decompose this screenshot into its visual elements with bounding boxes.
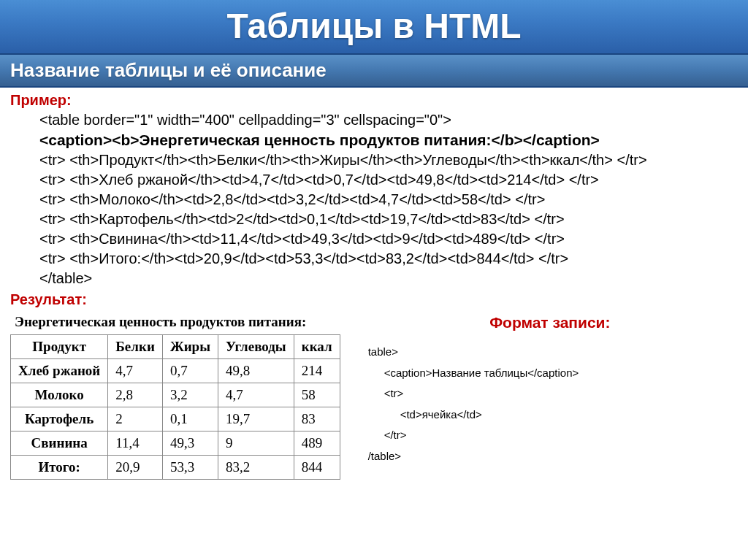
table-cell: 214 bbox=[294, 359, 340, 383]
code-line: <tr> <th>Хлеб ржаной</th><td>4,7</td><td… bbox=[39, 170, 738, 190]
table-cell: 20,9 bbox=[108, 456, 163, 480]
table-header: Белки bbox=[108, 335, 163, 359]
code-line: <caption><b>Энергетическая ценность прод… bbox=[39, 130, 738, 150]
table-cell: Итого: bbox=[11, 456, 108, 480]
table-caption: Энергетическая ценность продуктов питани… bbox=[10, 311, 340, 334]
code-line: <tr> <th>Свинина</th><td>11,4</td><td>49… bbox=[39, 229, 738, 249]
slide-subheader: Название таблицы и её описание bbox=[0, 55, 748, 88]
code-line: <tr> <th>Итого:</th><td>20,9</td><td>53,… bbox=[39, 249, 738, 269]
table-header: Жиры bbox=[162, 335, 218, 359]
code-example: <table border="1" width="400" cellpaddin… bbox=[10, 110, 738, 288]
table-cell: Картофель bbox=[11, 407, 108, 431]
table-row: Итого: 20,9 53,3 83,2 844 bbox=[11, 456, 340, 480]
table-header-row: Продукт Белки Жиры Углеводы ккал bbox=[11, 335, 340, 359]
table-cell: 2 bbox=[108, 407, 163, 431]
table-cell: 2,8 bbox=[108, 383, 163, 407]
result-table-wrap: Энергетическая ценность продуктов питани… bbox=[10, 311, 340, 480]
table-row: Хлеб ржаной 4,7 0,7 49,8 214 bbox=[11, 359, 340, 383]
table-cell: 83,2 bbox=[218, 456, 294, 480]
format-line: <td>ячейка</td> bbox=[368, 404, 738, 426]
code-line: <tr> <th>Картофель</th><td>2</td><td>0,1… bbox=[39, 210, 738, 229]
slide-subtitle: Название таблицы и её описание bbox=[10, 59, 738, 82]
content-area: Пример: <table border="1" width="400" ce… bbox=[0, 88, 748, 480]
format-line: /table> bbox=[368, 450, 401, 462]
table-cell: 83 bbox=[294, 407, 340, 431]
table-cell: 49,8 bbox=[218, 359, 294, 383]
table-cell: 0,7 bbox=[162, 359, 218, 383]
table-cell: Свинина bbox=[11, 431, 108, 456]
table-header: ккал bbox=[294, 335, 340, 359]
format-label: Формат записи: bbox=[362, 314, 738, 331]
table-cell: 58 bbox=[294, 383, 340, 407]
table-cell: 3,2 bbox=[162, 383, 218, 407]
table-cell: 11,4 bbox=[108, 431, 163, 456]
table-header: Продукт bbox=[11, 335, 108, 359]
table-cell: 4,7 bbox=[108, 359, 163, 383]
slide-header: Таблицы в HTML bbox=[0, 0, 748, 55]
table-cell: 0,1 bbox=[162, 407, 218, 431]
format-code: table> <caption>Название таблицы</captio… bbox=[362, 342, 738, 467]
slide-title: Таблицы в HTML bbox=[0, 6, 748, 46]
table-row: Картофель 2 0,1 19,7 83 bbox=[11, 407, 340, 431]
format-line: <tr> bbox=[368, 383, 738, 404]
code-line: </table> bbox=[39, 269, 738, 288]
table-cell: Хлеб ржаной bbox=[11, 359, 108, 383]
table-row: Молоко 2,8 3,2 4,7 58 bbox=[11, 383, 340, 407]
table-cell: 4,7 bbox=[218, 383, 294, 407]
code-line: <table border="1" width="400" cellpaddin… bbox=[39, 110, 738, 130]
table-cell: 489 bbox=[294, 431, 340, 456]
result-table: Продукт Белки Жиры Углеводы ккал Хлеб рж… bbox=[10, 334, 340, 480]
code-line: <tr> <th>Молоко</th><td>2,8</td><td>3,2<… bbox=[39, 190, 738, 210]
format-line: </tr> bbox=[368, 425, 738, 446]
table-cell: 19,7 bbox=[218, 407, 294, 431]
table-cell: Молоко bbox=[11, 383, 108, 407]
table-cell: 9 bbox=[218, 431, 294, 456]
result-label: Результат: bbox=[10, 291, 738, 308]
table-row: Свинина 11,4 49,3 9 489 bbox=[11, 431, 340, 456]
format-line: table> bbox=[368, 345, 398, 358]
code-line: <tr> <th>Продукт</th><th>Белки</th><th>Ж… bbox=[39, 150, 738, 170]
table-cell: 844 bbox=[294, 456, 340, 480]
example-label: Пример: bbox=[10, 92, 738, 109]
table-cell: 49,3 bbox=[162, 431, 218, 456]
table-cell: 53,3 bbox=[162, 456, 218, 480]
format-line: <caption>Название таблицы</caption> bbox=[368, 363, 738, 384]
format-panel: Формат записи: table> <caption>Название … bbox=[362, 311, 738, 467]
table-header: Углеводы bbox=[218, 335, 294, 359]
